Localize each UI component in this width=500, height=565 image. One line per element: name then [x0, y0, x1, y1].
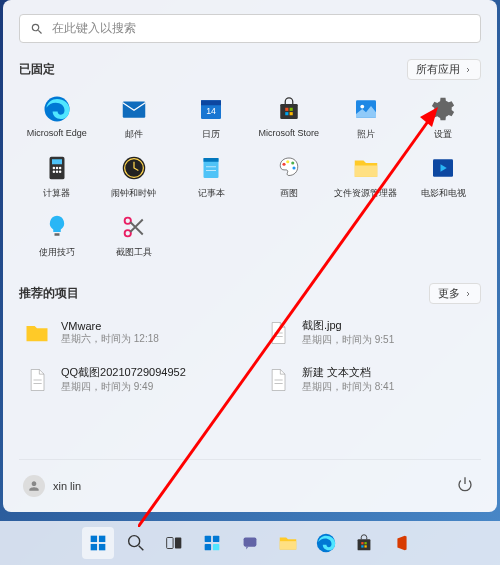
start-menu: 在此键入以搜索 已固定 所有应用 Microsoft Edge邮件14日历Mic…	[3, 0, 497, 512]
notepad-icon	[196, 153, 226, 183]
rec-name: 截图.jpg	[302, 318, 394, 333]
pinned-header: 已固定 所有应用	[19, 59, 481, 80]
svg-rect-51	[205, 536, 211, 542]
pinned-title: 已固定	[19, 61, 55, 78]
recommended-item[interactable]: QQ截图20210729094952星期四，时间为 9:49	[19, 361, 240, 398]
taskbar-edge[interactable]	[310, 527, 342, 559]
explorer-icon	[351, 153, 381, 183]
widgets-icon	[201, 532, 223, 554]
svg-point-11	[360, 105, 364, 109]
svg-rect-52	[213, 536, 219, 542]
recommended-item[interactable]: 新建 文本文档星期四，时间为 8:41	[260, 361, 481, 398]
app-tile-paint[interactable]: 画图	[251, 149, 326, 204]
app-label: 截图工具	[116, 246, 152, 259]
svg-rect-56	[280, 541, 297, 549]
rec-name: QQ截图20210729094952	[61, 365, 186, 380]
office-icon	[391, 532, 413, 554]
clock-icon	[119, 153, 149, 183]
svg-point-28	[291, 161, 294, 164]
start-icon	[87, 532, 109, 554]
app-tile-clock[interactable]: 闹钟和时钟	[96, 149, 171, 204]
app-label: Microsoft Edge	[27, 128, 87, 138]
svg-rect-23	[204, 158, 219, 162]
file-icon	[264, 366, 292, 394]
pinned-grid: Microsoft Edge邮件14日历Microsoft Store照片设置计…	[19, 90, 481, 263]
svg-point-15	[55, 167, 58, 170]
app-label: 邮件	[125, 128, 143, 141]
app-tile-settings[interactable]: 设置	[406, 90, 481, 145]
svg-rect-59	[361, 542, 363, 544]
app-label: 文件资源管理器	[334, 187, 397, 200]
more-button[interactable]: 更多	[429, 283, 481, 304]
svg-rect-7	[289, 108, 292, 111]
app-tile-notepad[interactable]: 记事本	[174, 149, 249, 204]
app-tile-explorer[interactable]: 文件资源管理器	[328, 149, 403, 204]
all-apps-button[interactable]: 所有应用	[407, 59, 481, 80]
svg-rect-54	[213, 544, 219, 550]
taskbar-start[interactable]	[82, 527, 114, 559]
snip-icon	[119, 212, 149, 242]
calculator-icon	[42, 153, 72, 183]
chat-icon	[239, 532, 261, 554]
svg-rect-62	[364, 545, 366, 547]
taskbar-taskview[interactable]	[158, 527, 190, 559]
store-icon	[353, 532, 375, 554]
taskbar-chat[interactable]	[234, 527, 266, 559]
power-button[interactable]	[453, 472, 477, 500]
recommended-header: 推荐的项目 更多	[19, 283, 481, 304]
search-bar[interactable]: 在此键入以搜索	[19, 14, 481, 43]
app-tile-edge[interactable]: Microsoft Edge	[19, 90, 94, 145]
taskbar	[0, 521, 500, 565]
chevron-right-icon	[464, 290, 472, 298]
file-icon	[264, 319, 292, 347]
svg-rect-44	[99, 536, 105, 542]
search-icon	[125, 532, 147, 554]
recommended-item[interactable]: VMware星期六，时间为 12:18	[19, 314, 240, 351]
taskbar-explorer[interactable]	[272, 527, 304, 559]
svg-rect-9	[289, 112, 292, 115]
taskbar-store[interactable]	[348, 527, 380, 559]
power-icon	[457, 476, 473, 492]
app-tile-mail[interactable]: 邮件	[96, 90, 171, 145]
svg-text:14: 14	[206, 106, 216, 116]
app-tile-store[interactable]: Microsoft Store	[251, 90, 326, 145]
app-tile-movies[interactable]: 电影和电视	[406, 149, 481, 204]
app-tile-snip[interactable]: 截图工具	[96, 208, 171, 263]
app-label: 记事本	[198, 187, 225, 200]
svg-point-17	[52, 171, 55, 174]
start-footer: xin lin	[19, 459, 481, 500]
taskbar-widgets[interactable]	[196, 527, 228, 559]
tips-icon	[42, 212, 72, 242]
app-tile-tips[interactable]: 使用技巧	[19, 208, 94, 263]
rec-time: 星期四，时间为 9:51	[302, 333, 394, 347]
svg-line-48	[139, 546, 144, 551]
file-icon	[23, 366, 51, 394]
movies-icon	[428, 153, 458, 183]
app-label: 日历	[202, 128, 220, 141]
folder-icon	[23, 319, 51, 347]
svg-point-27	[286, 160, 289, 163]
svg-rect-45	[91, 544, 97, 550]
svg-rect-53	[205, 544, 211, 550]
photos-icon	[351, 94, 381, 124]
taskbar-office[interactable]	[386, 527, 418, 559]
svg-rect-43	[91, 536, 97, 542]
taskview-icon	[163, 532, 185, 554]
recommended-item[interactable]: 截图.jpg星期四，时间为 9:51	[260, 314, 481, 351]
app-tile-calendar[interactable]: 14日历	[174, 90, 249, 145]
svg-rect-5	[280, 104, 298, 119]
app-label: 计算器	[43, 187, 70, 200]
app-tile-calculator[interactable]: 计算器	[19, 149, 94, 204]
edge-icon	[315, 532, 337, 554]
svg-rect-8	[285, 112, 288, 115]
taskbar-search[interactable]	[120, 527, 152, 559]
app-tile-photos[interactable]: 照片	[328, 90, 403, 145]
search-icon	[30, 22, 44, 36]
svg-point-29	[292, 166, 295, 169]
paint-icon	[274, 153, 304, 183]
svg-rect-13	[52, 159, 62, 164]
user-button[interactable]: xin lin	[23, 475, 81, 497]
app-label: 设置	[434, 128, 452, 141]
rec-name: 新建 文本文档	[302, 365, 394, 380]
svg-rect-61	[361, 545, 363, 547]
